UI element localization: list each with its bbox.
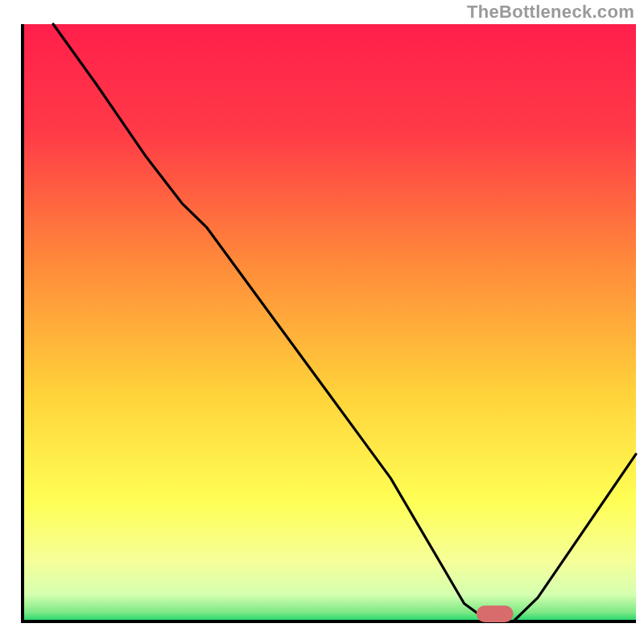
gradient-background bbox=[23, 24, 636, 621]
optimum-marker bbox=[477, 605, 514, 622]
chart-container: TheBottleneck.com bbox=[0, 0, 644, 644]
bottleneck-chart bbox=[0, 0, 644, 644]
watermark-text: TheBottleneck.com bbox=[467, 2, 634, 23]
